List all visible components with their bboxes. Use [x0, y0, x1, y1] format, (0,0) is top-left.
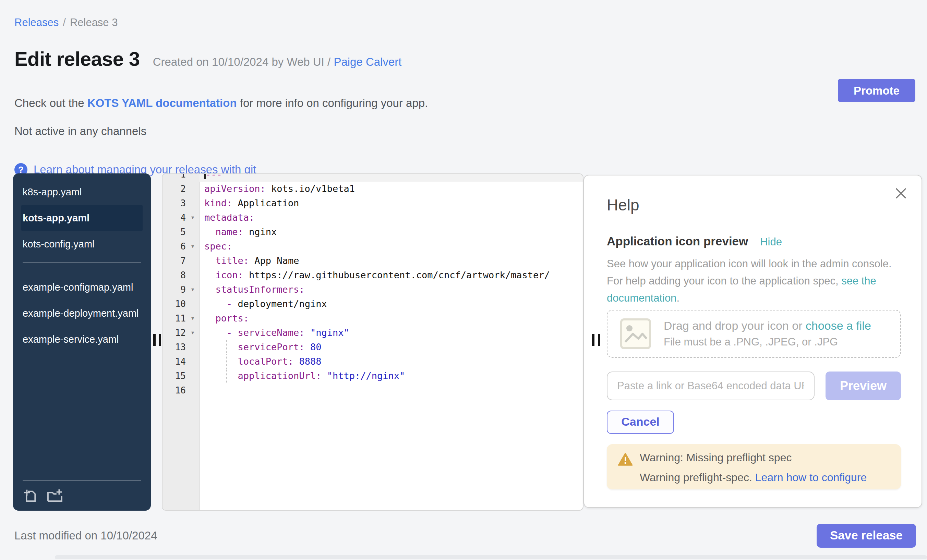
icon-preview-section-header: Application icon preview Hide: [607, 234, 782, 249]
doc-hint-prefix: Check out the: [14, 97, 87, 109]
help-description-suffix: .: [676, 292, 679, 304]
fold-arrow-icon[interactable]: ▾: [186, 326, 199, 340]
code-line-8[interactable]: 8 icon: https://raw.githubusercontent.co…: [163, 268, 583, 282]
breadcrumb: Releases/Release 3: [14, 17, 118, 29]
line-number: 5: [163, 225, 186, 239]
promote-button[interactable]: Promote: [838, 79, 915, 102]
warning-title: Warning: Missing preflight spec: [640, 452, 792, 464]
line-number: 1: [163, 173, 186, 182]
sidebar-divider: [23, 263, 141, 263]
icon-dropzone[interactable]: Drag and drop your icon or choose a file…: [607, 310, 901, 358]
code-line-16[interactable]: 16: [163, 383, 583, 398]
line-number: 9: [163, 282, 186, 297]
sidebar-item-example-service-yaml[interactable]: example-service.yaml: [13, 326, 151, 352]
line-number: 11: [163, 311, 186, 326]
line-number: 7: [163, 253, 186, 268]
preview-button[interactable]: Preview: [825, 372, 901, 400]
add-file-icon[interactable]: [23, 489, 37, 503]
editor-lines: 1---2apiVersion: kots.io/v1beta13kind: A…: [163, 173, 583, 398]
code-line-3[interactable]: 3kind: Application: [163, 196, 583, 211]
icon-url-input[interactable]: [607, 372, 815, 400]
line-number: 10: [163, 297, 186, 311]
warning-detail: Warning preflight-spec. Learn how to con…: [640, 472, 867, 484]
fold-spacer: [186, 369, 199, 383]
code-line-10[interactable]: 10 - deployment/nginx: [163, 297, 583, 311]
learn-configure-link[interactable]: Learn how to configure: [755, 472, 867, 483]
help-description: See how your application icon will look …: [607, 255, 899, 307]
sidebar-item-kots-app-yaml[interactable]: kots-app.yaml: [21, 205, 143, 231]
line-number: 2: [163, 182, 186, 196]
close-icon[interactable]: [894, 187, 908, 200]
fold-arrow-icon[interactable]: ▾: [186, 311, 199, 326]
line-number: 12: [163, 326, 186, 340]
code-line-1[interactable]: 1---: [163, 173, 583, 182]
code-line-14[interactable]: 14 localPort: 8888: [163, 354, 583, 369]
dropzone-text: Drag and drop your icon or choose a file…: [664, 319, 871, 348]
sidebar-item-example-configmap-yaml[interactable]: example-configmap.yaml: [13, 274, 151, 300]
warning-detail-text: Warning preflight-spec.: [640, 472, 755, 483]
fold-spacer: [186, 383, 199, 398]
fold-spacer: [186, 268, 199, 282]
code-text: icon: https://raw.githubusercontent.com/…: [199, 268, 583, 282]
sidebar-item-example-deployment-yaml[interactable]: example-deployment.yaml: [13, 300, 151, 326]
icon-url-row: Preview: [607, 372, 901, 400]
doc-hint-suffix: for more info on configuring your app.: [237, 97, 428, 109]
file-tree-sidebar: k8s-app.yamlkots-app.yamlkots-config.yam…: [13, 173, 151, 511]
code-text: name: nginx: [199, 225, 583, 239]
code-line-9[interactable]: 9▾ statusInformers:: [163, 282, 583, 297]
fold-spacer: [186, 340, 199, 354]
fold-arrow-icon[interactable]: ▾: [186, 282, 199, 297]
save-release-button[interactable]: Save release: [817, 524, 916, 548]
code-line-12[interactable]: 12▾ - serviceName: "nginx": [163, 326, 583, 340]
code-text: ports:: [199, 311, 583, 326]
code-text: ---: [199, 173, 583, 182]
fold-spacer: [186, 354, 199, 369]
code-text: spec:: [199, 239, 583, 253]
fold-spacer: [186, 253, 199, 268]
fold-spacer: [186, 182, 199, 196]
code-text: - serviceName: "nginx": [199, 326, 583, 340]
code-text: kind: Application: [199, 196, 583, 211]
author-link[interactable]: Paige Calvert: [334, 56, 401, 68]
line-number: 14: [163, 354, 186, 369]
channel-status: Not active in any channels: [14, 125, 146, 138]
hide-link[interactable]: Hide: [760, 236, 782, 247]
horizontal-scrollbar[interactable]: [55, 555, 927, 559]
fold-arrow-icon[interactable]: ▾: [186, 239, 199, 253]
breadcrumb-current: Release 3: [70, 17, 118, 28]
code-text: localPort: 8888: [199, 354, 583, 369]
yaml-editor[interactable]: 1---2apiVersion: kots.io/v1beta13kind: A…: [162, 173, 584, 511]
breadcrumb-separator: /: [63, 17, 66, 28]
code-line-2[interactable]: 2apiVersion: kots.io/v1beta1: [163, 182, 583, 196]
indent-guide: [226, 369, 227, 383]
sidebar-item-kots-config-yaml[interactable]: kots-config.yaml: [13, 231, 151, 257]
code-line-15[interactable]: 15 applicationUrl: "http://nginx": [163, 369, 583, 383]
code-text: [199, 383, 583, 398]
code-line-13[interactable]: 13 servicePort: 80: [163, 340, 583, 354]
editor-help-resize-handle[interactable]: [592, 334, 600, 346]
fold-spacer: [186, 225, 199, 239]
line-number: 8: [163, 268, 186, 282]
last-modified-text: Last modified on 10/10/2024: [14, 529, 157, 542]
add-folder-icon[interactable]: [47, 489, 63, 503]
code-line-11[interactable]: 11▾ ports:: [163, 311, 583, 326]
code-line-5[interactable]: 5 name: nginx: [163, 225, 583, 239]
sidebar-editor-resize-handle[interactable]: [153, 334, 161, 346]
code-line-6[interactable]: 6▾spec:: [163, 239, 583, 253]
code-text: servicePort: 80: [199, 340, 583, 354]
kots-yaml-doc-link[interactable]: KOTS YAML documentation: [87, 97, 237, 109]
sidebar-item-k8s-app-yaml[interactable]: k8s-app.yaml: [13, 179, 151, 205]
line-number: 13: [163, 340, 186, 354]
fold-spacer: [186, 196, 199, 211]
choose-file-link[interactable]: choose a file: [805, 319, 871, 332]
help-panel: Help Application icon preview Hide See h…: [584, 175, 922, 508]
warning-icon: [618, 452, 633, 469]
code-line-4[interactable]: 4▾metadata:: [163, 211, 583, 225]
dropzone-prefix: Drag and drop your icon or: [664, 319, 805, 332]
breadcrumb-releases-link[interactable]: Releases: [14, 17, 59, 28]
fold-arrow-icon[interactable]: ▾: [186, 211, 199, 225]
code-text: - deployment/nginx: [199, 297, 583, 311]
help-title: Help: [607, 196, 639, 214]
code-line-7[interactable]: 7 title: App Name: [163, 253, 583, 268]
cancel-button[interactable]: Cancel: [607, 411, 674, 434]
